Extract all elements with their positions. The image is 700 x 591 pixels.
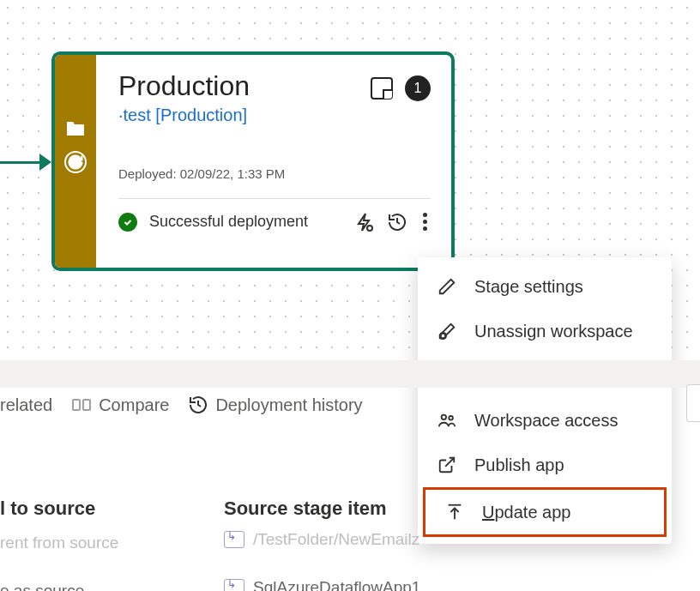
section-divider: [0, 360, 700, 388]
row2-right: SqlAzureDataflowApp1: [224, 578, 420, 591]
related-button[interactable]: related: [0, 395, 52, 415]
card-header-icons: 1: [371, 75, 431, 101]
deployment-arrow-head: [39, 154, 51, 171]
deployment-status-text: Successful deployment: [149, 213, 342, 231]
stage-title: Production: [118, 70, 250, 102]
svg-point-5: [449, 416, 453, 420]
history-icon[interactable]: [387, 212, 407, 232]
people-icon: [437, 410, 457, 431]
dataflow-icon: [224, 531, 244, 548]
external-link-icon: [437, 455, 457, 475]
compare-button[interactable]: Compare: [71, 395, 169, 415]
menu-update-app[interactable]: Update app: [423, 487, 667, 537]
source-stage-header: Source stage item: [224, 498, 387, 520]
folder-icon: [65, 120, 86, 137]
production-stage-card: Production ·test [Production] 1 Deployed…: [51, 51, 455, 271]
menu-label: Unassign workspace: [474, 322, 633, 341]
card-header: Production ·test [Production] 1: [118, 70, 431, 125]
row2-left: e as source: [0, 582, 84, 591]
svg-point-0: [74, 160, 76, 163]
pencil-icon: [437, 276, 457, 297]
count-badge: 1: [405, 75, 431, 101]
unassign-icon: [437, 321, 457, 341]
svg-rect-10: [83, 400, 90, 410]
menu-label: Update app: [482, 503, 570, 522]
row1-right: /TestFolder/NewEmailz: [224, 530, 419, 549]
history-icon: [188, 395, 208, 415]
deployed-timestamp: Deployed: 02/09/22, 1:33 PM: [118, 166, 431, 181]
compare-icon: [71, 395, 92, 415]
menu-label: Workspace access: [474, 411, 618, 431]
stage-subtitle[interactable]: ·test [Production]: [118, 106, 250, 125]
svg-point-1: [367, 226, 372, 231]
menu-label: Stage settings: [474, 277, 583, 297]
to-source-header: l to source: [0, 498, 95, 520]
svg-rect-9: [73, 400, 80, 410]
success-icon: [118, 213, 137, 232]
deployment-history-button[interactable]: Deployment history: [188, 395, 362, 415]
menu-label: Publish app: [474, 455, 564, 475]
upload-icon: [444, 502, 465, 522]
stage-context-menu: Stage settings Unassign workspace Worksp…: [418, 257, 672, 544]
more-options-button[interactable]: [419, 209, 431, 234]
ghost-box: [686, 384, 700, 422]
note-icon[interactable]: [371, 77, 393, 100]
dataflow-icon: [224, 579, 244, 591]
menu-workspace-access[interactable]: Workspace access: [418, 398, 672, 443]
deployment-status-icon: [64, 151, 87, 173]
card-body: Production ·test [Production] 1 Deployed…: [96, 55, 451, 268]
svg-line-6: [445, 458, 454, 467]
card-footer: Successful deployment: [118, 198, 431, 246]
card-sidebar: [55, 55, 96, 268]
svg-point-4: [442, 415, 447, 420]
menu-stage-settings[interactable]: Stage settings: [418, 264, 672, 309]
menu-unassign-workspace[interactable]: Unassign workspace: [418, 309, 672, 353]
lightning-settings-icon[interactable]: [354, 212, 375, 232]
menu-publish-app[interactable]: Publish app: [418, 443, 672, 487]
row1-left: rent from source: [0, 534, 118, 552]
toolbar: related Compare Deployment history: [0, 388, 363, 422]
